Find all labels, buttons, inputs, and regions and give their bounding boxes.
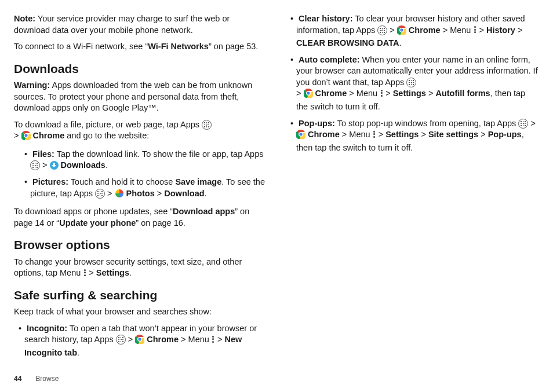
chrome-icon <box>21 131 31 144</box>
page-footer: 44Browse <box>14 374 539 383</box>
files-item: Files: Tap the download link. To show th… <box>14 149 267 171</box>
heading-browser-options: Browser options <box>14 237 267 253</box>
left-column: Note: Your service provider may charge t… <box>14 10 267 364</box>
note-text: Your service provider may charge to surf… <box>14 14 230 35</box>
download-apps-paragraph: To download apps or phone updates, see “… <box>14 206 267 229</box>
pictures-item: Pictures: Touch and hold it to choose Sa… <box>14 177 267 201</box>
auto-complete-item: Auto complete: When you enter your name … <box>286 54 539 113</box>
apps-icon <box>518 119 528 129</box>
menu-icon <box>473 25 476 34</box>
menu-icon <box>83 268 86 277</box>
wifi-paragraph: To connect to a Wi-Fi network, see “Wi-F… <box>14 41 267 53</box>
footer-section: Browse <box>35 375 59 383</box>
download-list: Files: Tap the download link. To show th… <box>14 149 267 201</box>
apps-icon <box>116 335 126 345</box>
downloads-icon <box>50 161 59 170</box>
menu-icon <box>373 130 376 138</box>
clear-history-item: Clear history: To clear your browser his… <box>286 13 539 49</box>
wifi-link: Wi-Fi Networks <box>148 42 209 51</box>
safe-list-right: Clear history: To clear your browser his… <box>286 13 539 153</box>
apps-icon <box>377 25 387 35</box>
chrome-icon <box>296 130 305 142</box>
note-label: Note: <box>14 14 35 23</box>
popups-item: Pop-ups: To stop pop-up windows from ope… <box>286 118 539 154</box>
chrome-icon <box>397 25 406 38</box>
heading-safe-surfing: Safe surfing & searching <box>14 287 267 303</box>
chrome-icon <box>135 335 144 347</box>
apps-icon <box>202 120 212 130</box>
apps-icon <box>406 78 416 87</box>
right-column: Clear history: To clear your browser his… <box>286 10 539 364</box>
note-paragraph: Note: Your service provider may charge t… <box>14 13 267 36</box>
photos-icon <box>115 189 124 202</box>
safe-intro: Keep track of what your browser and sear… <box>14 306 267 318</box>
menu-icon <box>212 335 215 343</box>
warning-paragraph: Warning: Apps downloaded from the web ca… <box>14 80 267 114</box>
warning-label: Warning: <box>14 80 50 90</box>
page-number: 44 <box>14 375 21 383</box>
chrome-icon <box>304 89 313 101</box>
incognito-item: Incognito: To open a tab that won’t appe… <box>14 323 267 359</box>
apps-icon <box>95 189 105 199</box>
download-instructions: To download a file, picture, or web page… <box>14 119 267 144</box>
heading-downloads: Downloads <box>14 61 267 77</box>
safe-list-left: Incognito: To open a tab that won’t appe… <box>14 323 267 359</box>
page-columns: Note: Your service provider may charge t… <box>14 10 539 364</box>
apps-icon <box>30 160 40 170</box>
menu-icon <box>380 89 383 97</box>
browser-options-paragraph: To change your browser security settings… <box>14 257 267 279</box>
